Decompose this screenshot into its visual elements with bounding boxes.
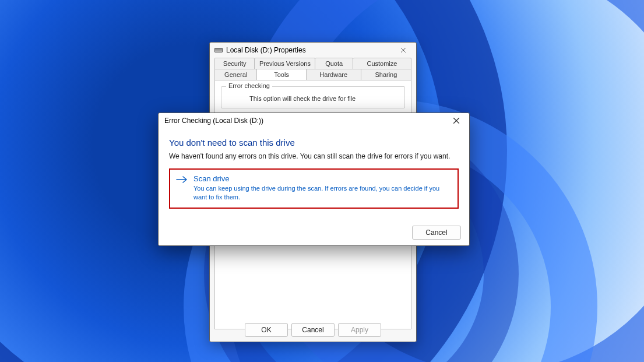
scan-drive-action[interactable]: Scan drive You can keep using the drive … xyxy=(169,168,459,209)
properties-titlebar[interactable]: Local Disk (D:) Properties xyxy=(210,43,416,58)
ok-button[interactable]: OK xyxy=(245,323,288,337)
error-checking-close-button[interactable] xyxy=(445,114,468,127)
apply-button[interactable]: Apply xyxy=(338,323,381,337)
tab-customize[interactable]: Customize xyxy=(353,58,411,69)
cancel-button[interactable]: Cancel xyxy=(291,323,335,337)
error-checking-subtext: We haven't found any errors on this driv… xyxy=(169,152,459,160)
close-icon xyxy=(453,117,460,124)
tab-previous-versions[interactable]: Previous Versions xyxy=(255,58,315,69)
close-icon xyxy=(400,47,406,53)
properties-button-row: OK Cancel Apply xyxy=(210,323,416,337)
groupbox-description: This option will check the drive for fil… xyxy=(249,95,399,102)
tab-sharing[interactable]: Sharing xyxy=(361,69,411,80)
error-checking-titlebar[interactable]: Error Checking (Local Disk (D:)) xyxy=(159,113,469,128)
properties-tabs-row2: General Tools Hardware Sharing xyxy=(214,69,411,80)
scan-drive-title: Scan drive xyxy=(193,174,452,183)
tab-security[interactable]: Security xyxy=(214,58,255,69)
properties-title: Local Disk (D:) Properties xyxy=(226,46,392,54)
tab-general[interactable]: General xyxy=(214,69,257,80)
error-checking-groupbox: Error checking This option will check th… xyxy=(221,86,405,108)
desktop-background: Local Disk (D:) Properties Security Prev… xyxy=(0,0,644,362)
error-checking-dialog: Error Checking (Local Disk (D:)) You don… xyxy=(158,113,470,246)
properties-tabs-row1: Security Previous Versions Quota Customi… xyxy=(214,58,411,69)
drive-icon xyxy=(214,48,223,52)
groupbox-title: Error checking xyxy=(226,82,272,89)
tab-tools[interactable]: Tools xyxy=(257,69,306,80)
arrow-right-icon xyxy=(176,175,188,202)
error-checking-headline: You don't need to scan this drive xyxy=(169,138,459,147)
tab-quota[interactable]: Quota xyxy=(315,58,353,69)
properties-close-button[interactable] xyxy=(392,44,415,57)
error-checking-cancel-button[interactable]: Cancel xyxy=(412,226,461,240)
error-checking-title: Error Checking (Local Disk (D:)) xyxy=(164,117,445,125)
scan-drive-description: You can keep using the drive during the … xyxy=(193,184,452,202)
tab-hardware[interactable]: Hardware xyxy=(307,69,361,80)
